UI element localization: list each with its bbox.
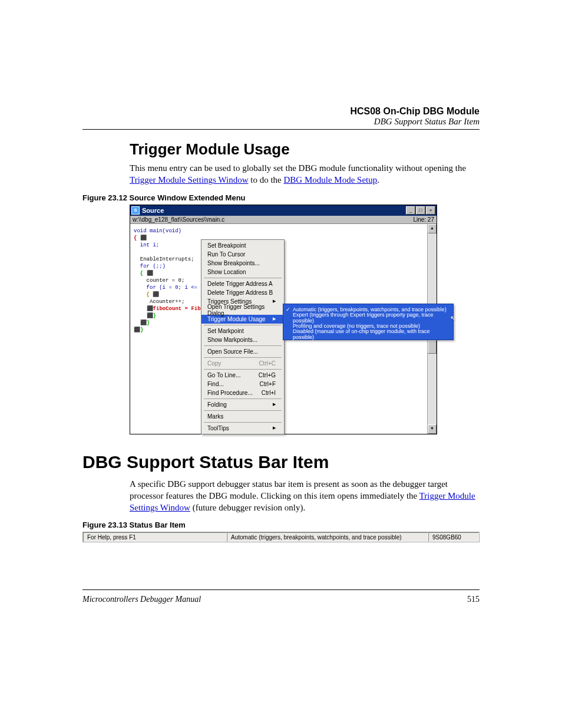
text: A specific DBG support debugger status b… [130, 479, 448, 500]
footer-page-number: 515 [467, 595, 480, 604]
maximize-button[interactable]: □ [416, 206, 425, 215]
path-bar: w:\\dbg_e128_flat\\Sources\\main.c Line:… [130, 216, 437, 224]
source-window: S Source _ □ × w:\\dbg_e128_flat\\Source… [130, 205, 437, 434]
menu-separator [204, 410, 282, 411]
menu-item[interactable]: Open Source File... [201, 347, 284, 356]
menu-item-label: Go To Line... [207, 372, 241, 378]
menu-item[interactable]: Find Procedure...Ctrl+I [201, 388, 284, 397]
menu-item-shortcut: Ctrl+I [262, 390, 276, 396]
running-head-module: HCS08 On-Chip DBG Module [82, 106, 480, 117]
heading-dbg-support-status-bar-item: DBG Support Status Bar Item [82, 452, 480, 472]
code-line: Acounter++; [134, 298, 201, 305]
paragraph-status-bar-item: A specific DBG support debugger status b… [130, 478, 480, 514]
menu-item-shortcut: Ctrl+F [260, 381, 276, 387]
menu-item[interactable]: Delete Trigger Address B [201, 288, 284, 297]
menu-item-label: Folding [207, 401, 227, 408]
titlebar: S Source _ □ × [130, 205, 437, 216]
menu-separator [204, 325, 282, 325]
menu-item[interactable]: Show Breakpoints... [201, 259, 284, 268]
heading-trigger-module-usage: Trigger Module Usage [130, 140, 480, 159]
status-bar: For Help, press F1 Automatic (triggers, … [82, 532, 480, 542]
window-title: Source [142, 207, 406, 214]
source-icon: S [131, 206, 140, 215]
running-head-section: DBG Support Status Bar Item [82, 117, 480, 127]
status-help-cell: For Help, press F1 [83, 532, 227, 542]
menu-item[interactable]: Delete Trigger Address A [201, 279, 284, 288]
menu-item-label: Copy [207, 360, 221, 367]
menu-separator [204, 398, 282, 399]
paragraph-trigger-usage: This menu entry can be used to globally … [130, 162, 480, 186]
menu-item[interactable]: Set Markpoint [201, 327, 284, 335]
scroll-thumb[interactable] [428, 341, 437, 354]
menu-item-shortcut: Ctrl+G [259, 372, 276, 378]
submenu-item[interactable]: Disabled (manual use of on-chip trigger … [283, 330, 453, 338]
menu-separator [204, 369, 282, 370]
code-line: ⬛} [134, 327, 201, 334]
code-line: EnableInterrupts; [134, 256, 201, 263]
footer-manual-title: Microcontrollers Debugger Manual [82, 595, 201, 604]
menu-item[interactable]: Marks [201, 412, 284, 421]
file-path: w:\\dbg_e128_flat\\Sources\\main.c [133, 216, 224, 223]
code-line [134, 249, 201, 256]
menu-separator [204, 345, 282, 346]
menu-item-label: Show Location [207, 269, 246, 275]
text: . [377, 175, 379, 185]
menu-item-shortcut: Ctrl+C [259, 360, 276, 367]
code-view: void main(void){ ⬛ int i; EnableInterrup… [130, 224, 204, 434]
menu-item[interactable]: Show Location [201, 268, 284, 276]
minimize-button[interactable]: _ [406, 206, 415, 215]
menu-item[interactable]: CopyCtrl+C [201, 359, 284, 368]
text: to do the [249, 175, 284, 185]
menu-item[interactable]: Find...Ctrl+F [201, 380, 284, 388]
close-button[interactable]: × [426, 206, 435, 215]
code-line: { ⬛ [134, 235, 201, 242]
menu-item-label: Run To Cursor [207, 251, 245, 258]
trigger-module-usage-submenu: Automatic (triggers, breakpoints, watchp… [283, 304, 454, 340]
footer-rule [82, 589, 480, 590]
text: (future debugger revision only). [190, 503, 305, 512]
header-rule [82, 129, 480, 130]
menu-item[interactable]: Open Trigger Settings Dialog... [201, 306, 284, 315]
code-line: void main(void) [134, 228, 201, 235]
code-line: { ⬛ [134, 270, 201, 277]
menu-item-label: Show Breakpoints... [207, 260, 260, 266]
menu-item[interactable]: ToolTips [201, 424, 284, 433]
menu-item[interactable]: Set Breakpoint [201, 241, 284, 250]
link-dbg-module-mode-setup[interactable]: DBG Module Mode Setup [284, 175, 378, 185]
menu-separator [204, 422, 282, 423]
code-line: int i; [134, 242, 201, 249]
menu-item[interactable]: Show Markpoints... [201, 335, 284, 344]
code-line: ⬛} [134, 319, 201, 327]
submenu-item[interactable]: Expert (triggers through Expert triggers… [283, 314, 453, 322]
menu-item[interactable]: Folding [201, 400, 284, 409]
line-indicator: Line: 27 [413, 216, 434, 223]
code-line: counter = 0; [134, 277, 201, 284]
menu-item-label: Delete Trigger Address A [207, 281, 273, 287]
menu-item-label: Find Procedure... [207, 390, 253, 396]
menu-item-label: Set Markpoint [207, 328, 244, 334]
menu-item-label: Open Source File... [207, 348, 258, 355]
menu-item-label: Show Markpoints... [207, 337, 257, 343]
menu-item-label: Set Breakpoint [207, 242, 246, 249]
menu-item-label: Delete Trigger Address B [207, 289, 273, 296]
menu-item-label: ToolTips [207, 425, 229, 431]
menu-item-label: Open Trigger Settings Dialog... [207, 304, 276, 317]
text: This menu entry can be used to globally … [130, 163, 466, 173]
menu-separator [204, 278, 282, 278]
figure-23-13-caption: Figure 23.13 Status Bar Item [82, 521, 480, 529]
scroll-up-button[interactable]: ▲ [428, 224, 437, 233]
status-dbg-mode-cell[interactable]: Automatic (triggers, breakpoints, watchp… [227, 532, 428, 542]
code-line: ⬛fiboCount = Fib [134, 305, 201, 312]
menu-item[interactable]: Run To Cursor [201, 250, 284, 259]
menu-item[interactable]: Go To Line...Ctrl+G [201, 371, 284, 380]
code-line: ⬛} [134, 312, 201, 319]
figure-23-12-caption: Figure 23.12 Source Window Extended Menu [82, 193, 480, 202]
cursor-icon: ↖ [450, 314, 456, 322]
code-line: for (;;) [134, 263, 201, 270]
link-trigger-module-settings-window[interactable]: Trigger Module Settings Window [130, 175, 249, 185]
code-line: for (i = 0; i <= . [134, 284, 201, 291]
scroll-down-button[interactable]: ▼ [428, 424, 437, 434]
status-device-cell: 9S08GB60 [428, 532, 479, 542]
context-menu: Set BreakpointRun To CursorShow Breakpoi… [201, 239, 285, 434]
menu-item-label: Find... [207, 381, 224, 387]
